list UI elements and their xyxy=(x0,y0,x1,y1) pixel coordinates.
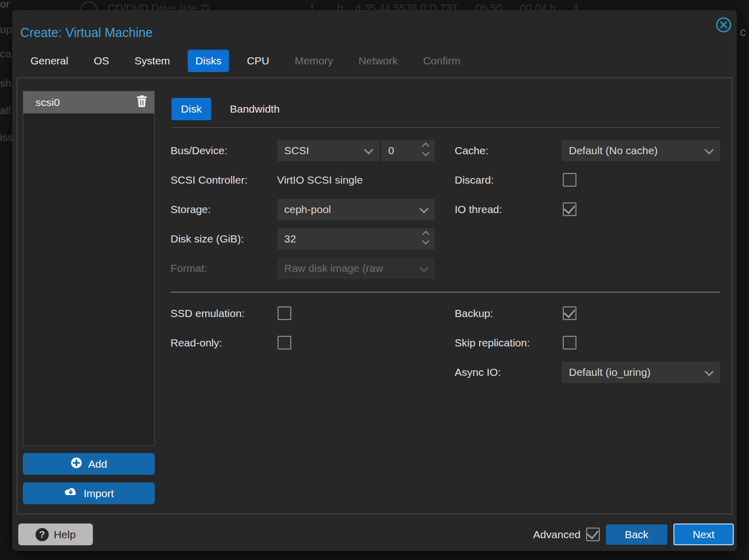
format-select-value: Raw disk image (raw xyxy=(284,258,383,279)
dialog-title: Create: Virtual Machine xyxy=(20,25,153,40)
storage-select-value: ceph-pool xyxy=(284,199,331,220)
cache-select-value: Default (No cache) xyxy=(569,140,658,161)
format-select: Raw disk image (raw xyxy=(277,258,435,279)
help-button[interactable]: ? Help xyxy=(18,523,93,545)
background-text-fragment: all xyxy=(0,104,11,117)
backup-checkbox[interactable] xyxy=(563,306,576,320)
tab-os[interactable]: OS xyxy=(86,50,117,72)
read-only-label: Read-only: xyxy=(171,332,222,354)
chevron-down-icon[interactable] xyxy=(422,149,429,156)
advanced-label: Advanced xyxy=(509,523,581,545)
chevron-down-icon xyxy=(419,263,428,272)
circle-plus-icon xyxy=(71,457,82,471)
chevron-down-icon[interactable] xyxy=(422,237,429,244)
import-button-label: Import xyxy=(84,487,114,500)
subtab-bandwidth[interactable]: Bandwidth xyxy=(230,98,311,120)
background-text-fragment: sh xyxy=(0,77,11,89)
next-button[interactable]: Next xyxy=(673,523,734,545)
skip-replication-checkbox[interactable] xyxy=(563,336,576,349)
storage-label: Storage: xyxy=(171,199,211,220)
tab-general[interactable]: General xyxy=(23,50,76,72)
question-mark-icon: ? xyxy=(36,528,49,541)
add-button-label: Add xyxy=(88,458,107,470)
disk-size-stepper[interactable]: 32 xyxy=(277,228,435,250)
import-button[interactable]: Import xyxy=(23,482,155,504)
device-number-value: 0 xyxy=(388,140,394,161)
spinner-icons[interactable] xyxy=(423,144,428,155)
add-button[interactable]: Add xyxy=(23,453,155,475)
background-text-fragment: up xyxy=(0,23,12,36)
advanced-checkbox[interactable] xyxy=(586,528,600,541)
async-io-select[interactable]: Default (io_uring) xyxy=(562,362,720,383)
back-button[interactable]: Back xyxy=(606,524,667,545)
background-text-fragment: iss xyxy=(0,131,13,144)
bus-select-value: SCSI xyxy=(284,140,309,161)
background-text-fragment: or xyxy=(0,0,10,10)
tab-confirm: Confirm xyxy=(416,50,468,72)
tab-network: Network xyxy=(351,50,405,72)
chevron-down-icon xyxy=(704,367,713,376)
backup-label: Backup: xyxy=(455,303,493,324)
discard-label: Discard: xyxy=(455,169,494,191)
chevron-down-icon xyxy=(419,204,428,213)
list-item-scsi0[interactable]: scsi0 xyxy=(23,91,154,114)
disks-panel: scsi0 Add xyxy=(17,78,732,514)
background-text-fragment: c xyxy=(740,25,746,39)
disk-size-label: Disk size (GiB): xyxy=(171,228,244,250)
cache-label: Cache: xyxy=(455,140,489,161)
tab-memory: Memory xyxy=(287,50,341,72)
io-thread-checkbox[interactable] xyxy=(563,202,576,216)
ssd-emulation-checkbox[interactable] xyxy=(278,306,291,320)
scsi-controller-value: VirtIO SCSI single xyxy=(277,169,363,191)
help-button-label: Help xyxy=(54,529,76,541)
close-icon[interactable] xyxy=(716,17,732,33)
read-only-checkbox[interactable] xyxy=(278,336,291,349)
bus-select[interactable]: SCSI xyxy=(277,140,380,161)
cache-select[interactable]: Default (No cache) xyxy=(562,140,720,161)
cloud-download-icon xyxy=(64,487,78,500)
chevron-down-icon xyxy=(704,145,713,154)
divider xyxy=(172,127,720,128)
section-divider xyxy=(171,292,720,293)
async-io-label: Async IO: xyxy=(455,362,501,383)
tab-disks[interactable]: Disks xyxy=(188,50,229,72)
subtab-disk[interactable]: Disk xyxy=(172,98,211,120)
device-number-stepper[interactable]: 0 xyxy=(381,140,435,161)
scsi-controller-label: SCSI Controller: xyxy=(171,169,248,191)
create-vm-dialog: Create: Virtual Machine General OS Syste… xyxy=(12,10,737,551)
io-thread-label: IO thread: xyxy=(455,199,502,220)
bus-device-label: Bus/Device: xyxy=(171,140,227,161)
format-label: Format: xyxy=(171,258,207,279)
trash-icon[interactable] xyxy=(137,95,147,110)
disk-size-value: 32 xyxy=(284,228,296,250)
tab-system[interactable]: System xyxy=(127,50,178,72)
background-text-fragment: ca xyxy=(0,48,11,60)
skip-replication-label: Skip replication: xyxy=(455,332,530,354)
chevron-down-icon xyxy=(364,145,373,154)
ssd-emulation-label: SSD emulation: xyxy=(171,303,245,324)
discard-checkbox[interactable] xyxy=(563,173,576,187)
tab-cpu[interactable]: CPU xyxy=(239,50,277,72)
storage-select[interactable]: ceph-pool xyxy=(277,199,435,220)
wizard-tabbar: General OS System Disks CPU Memory Netwo… xyxy=(23,50,478,72)
async-io-select-value: Default (io_uring) xyxy=(569,362,651,383)
spinner-icons[interactable] xyxy=(423,232,428,243)
disk-item-label: scsi0 xyxy=(36,96,60,109)
